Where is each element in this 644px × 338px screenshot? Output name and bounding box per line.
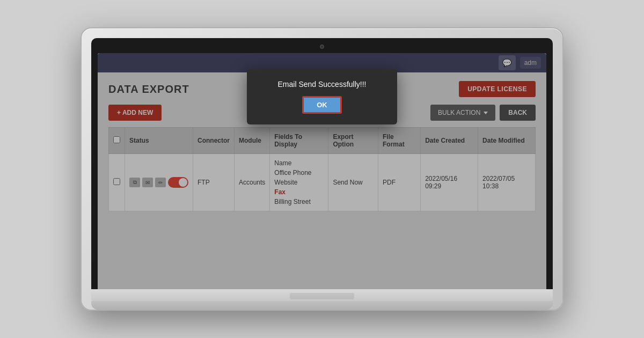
- touchpad: [290, 293, 354, 299]
- modal-ok-button[interactable]: OK: [302, 96, 342, 114]
- camera: [320, 45, 324, 49]
- screen-bezel: 💬 adm DATA EXPORT UPDATE LICENSE + ADD N…: [91, 38, 553, 289]
- modal-overlay: Email Send Successfully!!! OK: [98, 53, 546, 289]
- laptop-base: [91, 289, 553, 301]
- laptop-frame: 💬 adm DATA EXPORT UPDATE LICENSE + ADD N…: [80, 27, 564, 311]
- laptop-screen: 💬 adm DATA EXPORT UPDATE LICENSE + ADD N…: [98, 53, 546, 289]
- laptop-bottom: [91, 301, 553, 310]
- app-container: 💬 adm DATA EXPORT UPDATE LICENSE + ADD N…: [98, 53, 546, 289]
- modal-box: Email Send Successfully!!! OK: [247, 69, 397, 124]
- modal-message: Email Send Successfully!!!: [278, 80, 367, 89]
